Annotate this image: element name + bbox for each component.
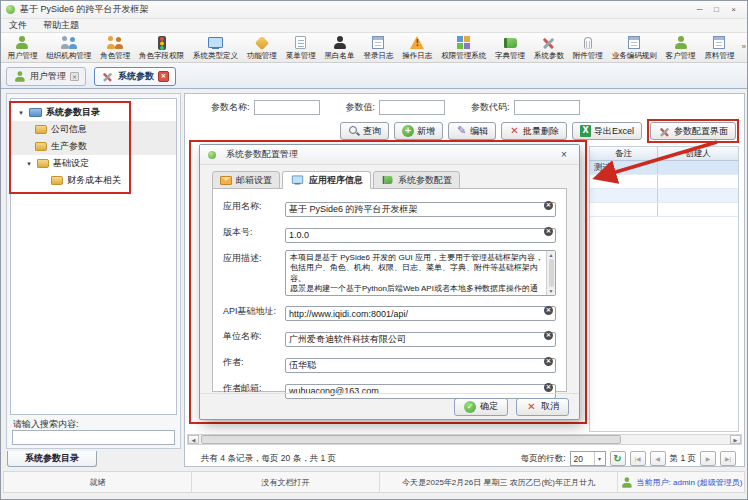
toolbar-code-rules[interactable]: 业务编码规则 xyxy=(607,34,661,62)
horizontal-scrollbar[interactable] xyxy=(187,434,742,445)
sidebar-search-input[interactable] xyxy=(12,430,175,445)
toolbar-menu-management[interactable]: 菜单管理 xyxy=(281,34,320,62)
param-code-input[interactable] xyxy=(514,100,580,115)
ok-button[interactable]: 确定 xyxy=(454,398,508,416)
folder-icon xyxy=(35,142,47,151)
blacklist-person-icon xyxy=(333,36,346,49)
toolbar-user-management[interactable]: 用户管理 xyxy=(3,34,42,62)
envelope-icon xyxy=(220,176,232,185)
last-page-button[interactable] xyxy=(720,451,736,466)
toolbar-role-management[interactable]: 角色管理 xyxy=(96,34,135,62)
author-input[interactable] xyxy=(285,358,556,373)
toolbar-material-management[interactable]: 原料管理 xyxy=(700,34,739,62)
next-page-button[interactable] xyxy=(700,451,716,466)
edit-button[interactable]: 编辑 xyxy=(448,122,496,140)
scroll-up-icon[interactable] xyxy=(549,252,554,258)
scrollbar-thumb[interactable] xyxy=(201,435,621,444)
main-panel: 参数名称: 参数值: 参数代码: 查询 新增 编辑 批量删除 导出Excel 参… xyxy=(184,93,745,467)
toolbar-blacklist[interactable]: 黑白名单 xyxy=(320,34,359,62)
table-row[interactable] xyxy=(590,189,738,203)
clear-icon[interactable] xyxy=(544,306,553,315)
menu-file[interactable]: 文件 xyxy=(1,19,35,32)
tree-item-company-info[interactable]: 公司信息 xyxy=(11,121,176,138)
toolbar-permission-system[interactable]: 权限管理系统 xyxy=(437,34,491,62)
tab-system-params[interactable]: 系统参数 xyxy=(94,67,176,86)
tree-item-basic-settings[interactable]: 基础设定 xyxy=(11,155,176,172)
maximize-icon[interactable] xyxy=(708,3,725,17)
app-name-input[interactable] xyxy=(285,202,556,217)
toolbar-function-management[interactable]: 功能管理 xyxy=(242,34,281,62)
export-excel-button[interactable]: 导出Excel xyxy=(572,122,642,140)
menu-help-theme[interactable]: 帮助主题 xyxy=(35,19,87,32)
tab-label: 用户管理 xyxy=(30,70,66,83)
excel-icon xyxy=(580,125,591,137)
toolbar-operation-log[interactable]: 操作日志 xyxy=(398,34,437,62)
tab-close-icon[interactable] xyxy=(70,72,79,81)
dialog-title-bar: 系统参数配置管理 xyxy=(200,145,579,165)
clear-icon[interactable] xyxy=(544,201,553,210)
warning-icon xyxy=(410,36,425,49)
table-row[interactable] xyxy=(590,203,738,217)
toolbar-attachments[interactable]: 附件管理 xyxy=(568,34,607,62)
toolbar-customer-management[interactable]: 客户管理 xyxy=(661,34,700,62)
api-base-input[interactable] xyxy=(285,306,556,321)
annotation-rect-config-button: 参数配置界面 xyxy=(647,119,739,143)
dialog-close-icon[interactable] xyxy=(557,149,571,160)
clear-icon[interactable] xyxy=(544,331,553,340)
dialog-tab-mail-settings[interactable]: 邮箱设置 xyxy=(212,171,280,189)
query-button[interactable]: 查询 xyxy=(340,122,389,140)
add-button[interactable]: 新增 xyxy=(394,122,443,140)
tab-user-management[interactable]: 用户管理 xyxy=(6,67,86,86)
col-header-creator[interactable]: 创建人 xyxy=(658,147,738,160)
dialog-tab-app-info[interactable]: 应用程序信息 xyxy=(282,171,371,189)
refresh-button[interactable] xyxy=(610,451,626,466)
toolbar-system-type[interactable]: 系统类型定义 xyxy=(189,34,243,62)
window-title: 基于 PySide6 的跨平台开发框架 xyxy=(20,3,149,16)
page-indicator: 第 1 页 xyxy=(670,453,696,465)
first-page-button[interactable] xyxy=(630,451,646,466)
page-size-select[interactable]: 20 xyxy=(570,451,606,466)
tree-item-finance-cost[interactable]: 财务成本相关 xyxy=(11,172,176,189)
status-document: 没有文档打开 xyxy=(192,472,380,492)
close-icon[interactable] xyxy=(725,3,742,17)
scroll-down-icon[interactable] xyxy=(549,288,554,294)
tab-close-icon[interactable] xyxy=(158,71,169,82)
minimize-icon[interactable] xyxy=(691,3,708,17)
prev-page-button[interactable] xyxy=(650,451,666,466)
tree-item-production-params[interactable]: 生产参数 xyxy=(11,138,176,155)
version-input[interactable] xyxy=(285,228,556,243)
param-config-ui-button[interactable]: 参数配置界面 xyxy=(650,122,736,140)
col-header-remark[interactable]: 备注 xyxy=(590,147,658,160)
textarea-scrollbar[interactable] xyxy=(546,251,555,295)
expander-icon[interactable] xyxy=(25,160,33,168)
param-value-input[interactable] xyxy=(379,100,445,115)
toolbar-organization[interactable]: 组织机构管理 xyxy=(42,34,96,62)
user-icon xyxy=(16,36,29,49)
clear-icon[interactable] xyxy=(544,383,553,392)
scroll-right-icon[interactable] xyxy=(730,435,741,444)
toolbar-system-params[interactable]: 系统参数 xyxy=(530,34,569,62)
table-row[interactable]: 测试 xyxy=(590,161,738,175)
batch-delete-button[interactable]: 批量删除 xyxy=(501,122,567,140)
filter-row: 参数名称: 参数值: 参数代码: xyxy=(185,98,744,116)
toolbar-dictionary[interactable]: 字典管理 xyxy=(491,34,530,62)
company-input[interactable] xyxy=(285,332,556,347)
user-icon xyxy=(14,71,24,81)
table-row[interactable] xyxy=(590,175,738,189)
dialog-tabs: 邮箱设置 应用程序信息 系统参数配置 xyxy=(212,171,579,189)
tree-root-system-param-directory[interactable]: 系统参数目录 xyxy=(11,104,176,121)
expander-icon[interactable] xyxy=(17,109,25,117)
clear-icon[interactable] xyxy=(544,227,553,236)
cancel-button[interactable]: 取消 xyxy=(516,398,569,416)
sidebar-panel-tab[interactable]: 系统参数目录 xyxy=(7,451,97,467)
app-description-textarea[interactable]: 本项目是基于 PySide6 开发的 GUI 应用，主要用于管理基础框架内容，包… xyxy=(285,250,556,296)
toolbar-role-field-permission[interactable]: 角色字段权限 xyxy=(135,34,189,62)
toolbar-login-log[interactable]: 登录日志 xyxy=(359,34,398,62)
clear-icon[interactable] xyxy=(544,357,553,366)
dialog-tab-system-param-config[interactable]: 系统参数配置 xyxy=(373,171,460,189)
param-name-input[interactable] xyxy=(254,100,320,115)
scroll-left-icon[interactable] xyxy=(188,435,199,444)
dialog-logo-icon xyxy=(208,151,216,159)
param-table: 备注 创建人 测试 xyxy=(589,146,739,432)
toolbar-overflow-icon[interactable] xyxy=(742,42,746,51)
